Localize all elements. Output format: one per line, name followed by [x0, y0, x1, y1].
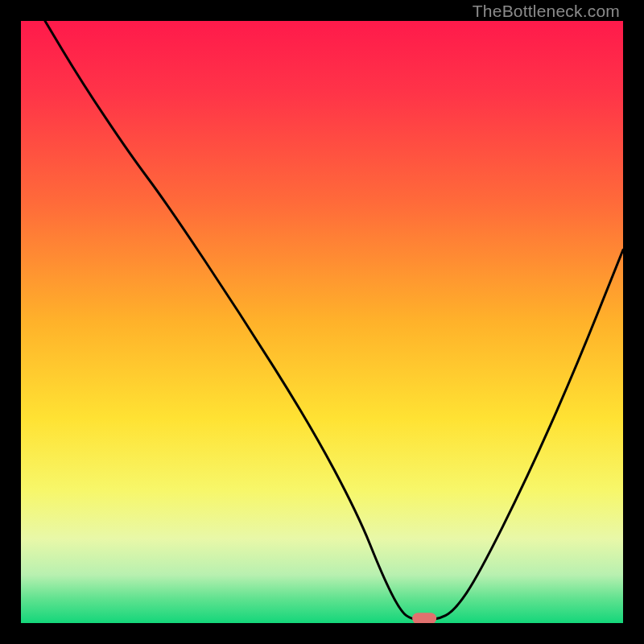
watermark-label: TheBottleneck.com: [473, 2, 620, 21]
chart-frame: [21, 21, 623, 623]
optimal-point-marker: [412, 613, 436, 623]
bottleneck-chart: [21, 21, 623, 623]
gradient-background: [21, 21, 623, 623]
